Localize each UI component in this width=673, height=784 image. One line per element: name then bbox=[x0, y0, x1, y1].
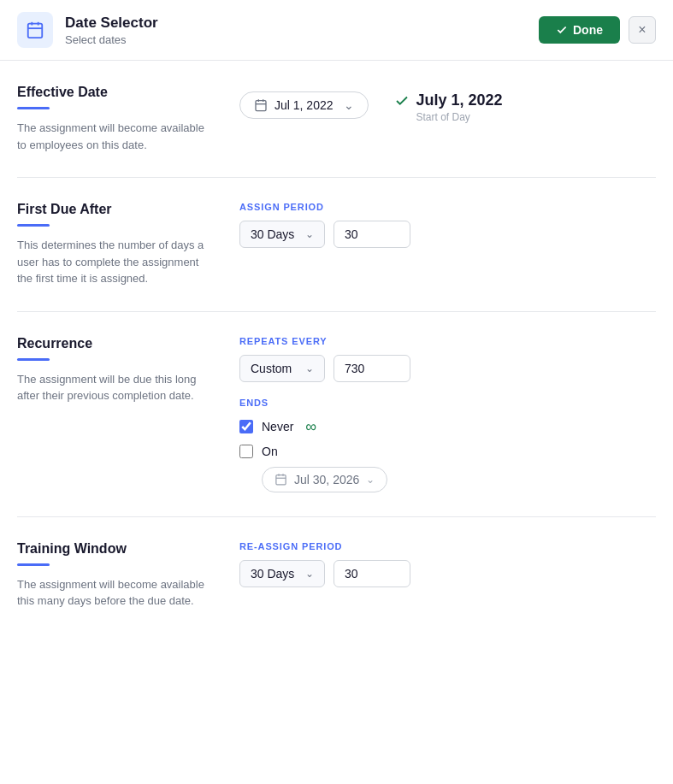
effective-date-picker[interactable]: Jul 1, 2022 ⌄ bbox=[239, 91, 369, 119]
confirmed-date-info: July 1, 2022 Start of Day bbox=[416, 91, 503, 123]
header-title: Date Selector bbox=[65, 15, 158, 32]
recurrence-desc: The assignment will be due this long aft… bbox=[17, 371, 205, 404]
recurrence-input-row: Custom ⌄ bbox=[239, 355, 656, 382]
recurrence-chevron-icon: ⌄ bbox=[305, 363, 314, 374]
first-due-title: First Due After bbox=[17, 202, 205, 217]
close-button[interactable]: × bbox=[629, 16, 656, 44]
first-due-underline bbox=[17, 224, 50, 227]
effective-date-section: Effective Date The assignment will becom… bbox=[17, 61, 656, 178]
effective-date-desc: The assignment will become available to … bbox=[17, 120, 205, 153]
header: Date Selector Select dates Done × bbox=[0, 0, 673, 61]
recurrence-dropdown-value: Custom bbox=[251, 362, 292, 375]
end-date-chevron-icon: ⌄ bbox=[366, 474, 375, 486]
done-label: Done bbox=[573, 23, 603, 37]
never-label[interactable]: Never bbox=[262, 420, 293, 433]
reassign-period-label: RE-ASSIGN PERIOD bbox=[239, 541, 656, 551]
first-due-right: ASSIGN PERIOD 30 Days ⌄ bbox=[239, 202, 656, 287]
confirmed-date-text: July 1, 2022 bbox=[416, 91, 503, 109]
svg-rect-4 bbox=[256, 101, 266, 111]
recurrence-dropdown[interactable]: Custom ⌄ bbox=[239, 355, 325, 382]
svg-rect-0 bbox=[28, 24, 43, 38]
effective-date-left: Effective Date The assignment will becom… bbox=[17, 85, 205, 153]
first-due-left: First Due After This determines the numb… bbox=[17, 202, 205, 287]
close-icon: × bbox=[638, 22, 646, 38]
effective-date-row: Jul 1, 2022 ⌄ July 1, 2022 Start of Day bbox=[239, 91, 656, 123]
check-icon bbox=[556, 24, 568, 36]
confirmed-date-sub: Start of Day bbox=[416, 111, 503, 123]
on-checkbox[interactable] bbox=[239, 445, 253, 458]
training-input[interactable] bbox=[334, 560, 410, 587]
training-window-desc: The assignment will become available thi… bbox=[17, 576, 205, 610]
training-window-left: Training Window The assignment will beco… bbox=[17, 541, 205, 610]
first-due-input[interactable] bbox=[334, 221, 410, 248]
training-window-title: Training Window bbox=[17, 541, 205, 557]
training-window-right: RE-ASSIGN PERIOD 30 Days ⌄ bbox=[239, 541, 656, 610]
recurrence-underline bbox=[17, 358, 50, 361]
recurrence-section: Recurrence The assignment will be due th… bbox=[17, 312, 656, 517]
check-circle-icon bbox=[394, 93, 410, 109]
header-actions: Done × bbox=[539, 16, 656, 44]
recurrence-input[interactable] bbox=[334, 355, 410, 382]
end-date-picker[interactable]: Jul 30, 2026 ⌄ bbox=[262, 467, 387, 492]
header-text: Date Selector Select dates bbox=[65, 15, 158, 46]
recurrence-left: Recurrence The assignment will be due th… bbox=[17, 336, 205, 492]
training-window-section: Training Window The assignment will beco… bbox=[17, 517, 656, 634]
effective-date-value: Jul 1, 2022 bbox=[275, 98, 334, 112]
end-date-value: Jul 30, 2026 bbox=[294, 473, 359, 486]
content: Effective Date The assignment will becom… bbox=[0, 61, 673, 634]
header-icon bbox=[17, 12, 53, 48]
svg-rect-8 bbox=[276, 475, 286, 485]
infinity-icon: ∞ bbox=[305, 418, 316, 436]
first-due-input-row: 30 Days ⌄ bbox=[239, 221, 656, 248]
ends-label: ENDS bbox=[239, 398, 656, 408]
header-subtitle: Select dates bbox=[65, 33, 158, 46]
first-due-section: First Due After This determines the numb… bbox=[17, 178, 656, 312]
header-left: Date Selector Select dates bbox=[17, 12, 158, 48]
effective-date-confirmed: July 1, 2022 Start of Day bbox=[394, 91, 503, 123]
recurrence-title: Recurrence bbox=[17, 336, 205, 351]
effective-date-underline bbox=[17, 107, 50, 109]
on-checkbox-row: On bbox=[239, 445, 656, 458]
recurrence-right: REPEATS EVERY Custom ⌄ ENDS Never ∞ On bbox=[239, 336, 656, 492]
assign-period-label: ASSIGN PERIOD bbox=[239, 202, 656, 212]
repeats-every-label: REPEATS EVERY bbox=[239, 336, 656, 346]
first-due-dropdown-value: 30 Days bbox=[251, 227, 294, 241]
first-due-dropdown[interactable]: 30 Days ⌄ bbox=[239, 221, 325, 248]
calendar-end-icon bbox=[275, 473, 287, 486]
calendar-small-icon bbox=[254, 98, 268, 112]
chevron-down-icon: ⌄ bbox=[344, 98, 354, 112]
training-window-underline bbox=[17, 563, 50, 566]
done-button[interactable]: Done bbox=[539, 16, 620, 44]
effective-date-title: Effective Date bbox=[17, 85, 205, 100]
never-checkbox-row: Never ∞ bbox=[239, 418, 656, 436]
training-dropdown-value: 30 Days bbox=[251, 567, 294, 581]
effective-date-right: Jul 1, 2022 ⌄ July 1, 2022 Start of Day bbox=[239, 85, 656, 153]
calendar-icon bbox=[26, 21, 44, 39]
training-chevron-icon: ⌄ bbox=[305, 568, 314, 580]
training-input-row: 30 Days ⌄ bbox=[239, 560, 656, 587]
first-due-desc: This determines the number of days a use… bbox=[17, 237, 205, 287]
training-dropdown[interactable]: 30 Days ⌄ bbox=[239, 560, 325, 587]
on-label[interactable]: On bbox=[262, 445, 278, 458]
never-checkbox[interactable] bbox=[239, 420, 253, 433]
first-due-chevron-icon: ⌄ bbox=[305, 228, 314, 240]
